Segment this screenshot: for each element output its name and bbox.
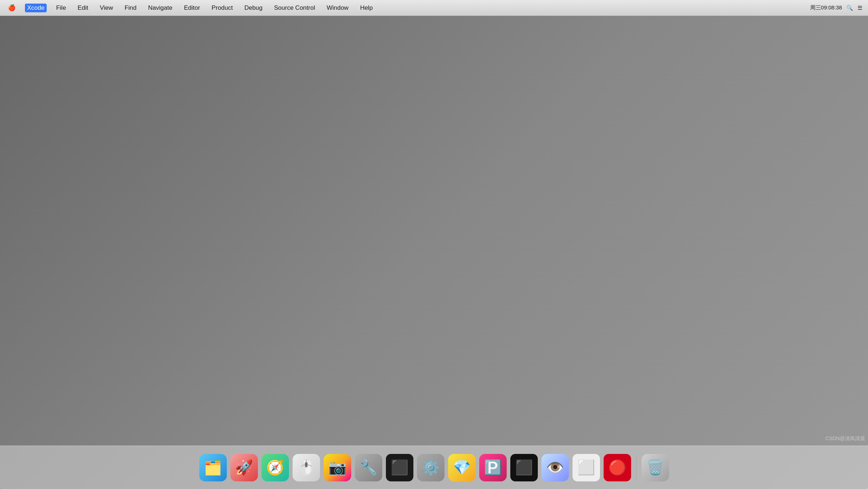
- debug-menu[interactable]: Debug: [242, 4, 265, 12]
- preview-icon: 👁️: [541, 454, 569, 481]
- help-menu[interactable]: Help: [358, 4, 375, 12]
- dock-sketch[interactable]: 💎: [448, 454, 476, 481]
- xcode-menu[interactable]: Xcode: [25, 4, 47, 12]
- app4-icon: 🔴: [604, 454, 631, 481]
- watermark: CSDN@清风清晨: [825, 435, 865, 442]
- dock-launchpad[interactable]: 🚀: [230, 454, 258, 481]
- find-menu[interactable]: Find: [122, 4, 139, 12]
- apple-menu[interactable]: 🍎: [6, 3, 18, 12]
- settings-icon: ⚙️: [417, 454, 444, 481]
- window-menu[interactable]: Window: [324, 4, 350, 12]
- menubar: 🍎 Xcode File Edit View Find Navigate Edi…: [0, 0, 868, 16]
- sketch-icon: 💎: [448, 454, 476, 481]
- search-icon[interactable]: 🔍: [846, 5, 853, 11]
- dock-mouse[interactable]: 🖱️: [293, 454, 320, 481]
- middle-area: 📁 ⚠️ 🔍 📊 ◆ 📈 🔷 💬 ◁ ▷ 🏠 🔒 ↻ + ⚙ ⊞ ◁ ▷ ✕: [0, 48, 868, 489]
- dock-preview[interactable]: 👁️: [541, 454, 569, 481]
- dock-settings[interactable]: ⚙️: [417, 454, 444, 481]
- dock: 🗂️ 🚀 🧭 🖱️ 📷 🔧 ⬛ ⚙️ 💎 🅿️ ⬛ 👁️ ⬜ 🔴 🗑️: [0, 446, 868, 489]
- view-menu[interactable]: View: [98, 4, 115, 12]
- menubar-icon-menu[interactable]: ☰: [858, 5, 862, 11]
- source-control-section: Source Control 📄+ ⊟ ⟳ ⊞ header 09:08: [702, 255, 868, 312]
- dock-app-p[interactable]: 🅿️: [479, 454, 507, 481]
- photos-icon: 📷: [324, 454, 351, 481]
- dock-divider: [636, 455, 637, 480]
- edit-menu[interactable]: Edit: [76, 4, 90, 12]
- trash-icon: 🗑️: [642, 454, 669, 481]
- launchpad-icon: 🚀: [230, 454, 258, 481]
- terminal-icon: ⬛: [386, 454, 413, 481]
- app-p-icon: 🅿️: [479, 454, 507, 481]
- sc-thumbnail: [707, 280, 754, 309]
- dock-app4[interactable]: 🔴: [604, 454, 631, 481]
- editor-menu[interactable]: Editor: [182, 4, 202, 12]
- dock-safari[interactable]: 🧭: [261, 454, 289, 481]
- finder-icon: 🗂️: [199, 454, 227, 481]
- dock-tools[interactable]: 🔧: [355, 454, 382, 481]
- dock-trash[interactable]: 🗑️: [642, 454, 669, 481]
- app-black-icon: ⬛: [510, 454, 538, 481]
- dock-photos[interactable]: 📷: [324, 454, 351, 481]
- product-menu[interactable]: Product: [209, 4, 235, 12]
- xcode-window: 暂停 📁 📂 🔍 ▶ 🔖 01-手势识别 › iPhone 6s Running…: [0, 16, 868, 489]
- dock-app-black[interactable]: ⬛: [510, 454, 538, 481]
- menubar-time: 周三09:08:38: [810, 4, 842, 11]
- dock-terminal[interactable]: ⬛: [386, 454, 413, 481]
- navigate-menu[interactable]: Navigate: [146, 4, 175, 12]
- mouse-icon: 🖱️: [293, 454, 320, 481]
- app3-icon: ⬜: [573, 454, 600, 481]
- right-inspector: 📄 ? ◁ ▷ Identity and Type Name ViewContr…: [702, 48, 868, 489]
- dock-finder[interactable]: 🗂️: [199, 454, 227, 481]
- dock-app3[interactable]: ⬜: [573, 454, 600, 481]
- file-menu[interactable]: File: [54, 4, 68, 12]
- sc-preview-row: header 09:08: [707, 280, 863, 309]
- safari-icon: 🧭: [261, 454, 289, 481]
- tools-icon: 🔧: [355, 454, 382, 481]
- source-control-menu[interactable]: Source Control: [272, 4, 317, 12]
- menubar-right: 周三09:08:38 🔍 ☰: [810, 4, 862, 11]
